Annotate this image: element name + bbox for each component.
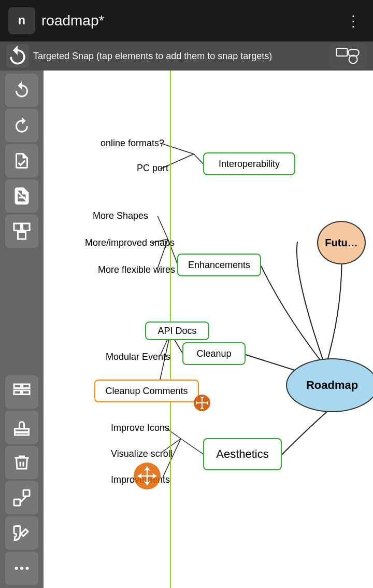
svg-rect-9 — [14, 384, 21, 388]
svg-rect-8 — [18, 232, 26, 240]
stamp-button[interactable] — [5, 411, 38, 444]
resize-cursor-icon — [193, 394, 211, 412]
svg-line-17 — [20, 496, 26, 502]
svg-rect-10 — [23, 384, 30, 388]
no-snap-button[interactable] — [5, 179, 38, 213]
svg-line-25 — [157, 216, 168, 239]
delete-button[interactable] — [5, 446, 38, 479]
toolbar — [0, 71, 44, 588]
svg-rect-12 — [23, 390, 30, 395]
app-title: roadmap* — [41, 12, 342, 29]
layout-button[interactable] — [5, 375, 38, 409]
svg-point-20 — [26, 567, 29, 570]
node-improve-icons[interactable]: Improve Icons — [111, 423, 169, 433]
svg-rect-14 — [15, 433, 29, 436]
node-cleanup[interactable]: Cleanup — [182, 342, 246, 365]
node-interoperability[interactable]: Interoperability — [203, 152, 295, 175]
connect-button[interactable] — [5, 481, 38, 514]
redo-button[interactable] — [5, 109, 38, 142]
undo-button[interactable] — [5, 74, 38, 107]
node-cleanup-comments[interactable]: Cleanup Comments — [94, 380, 199, 402]
node-more-wires[interactable]: More flexible wires — [98, 264, 175, 275]
node-aesthetics[interactable]: Aesthetics — [203, 438, 282, 470]
svg-point-18 — [15, 567, 18, 570]
node-pc-port[interactable]: PC port — [137, 163, 168, 174]
topbar: n roadmap* ⋮ — [0, 0, 373, 41]
svg-line-22 — [160, 143, 194, 154]
node-more-snaps[interactable]: More/improved snaps — [85, 237, 175, 248]
svg-rect-13 — [15, 429, 29, 432]
snapbar: Targeted Snap (tap elements to add them … — [0, 41, 373, 71]
node-modular-events[interactable]: Modular Events — [106, 352, 170, 362]
node-future[interactable]: Futu… — [317, 221, 366, 264]
svg-rect-15 — [14, 499, 20, 506]
svg-line-32 — [181, 439, 204, 455]
svg-rect-7 — [23, 223, 30, 231]
canvas-area[interactable]: online formats? PC port Interoperability… — [44, 71, 373, 588]
brush-button[interactable] — [5, 516, 38, 550]
svg-rect-11 — [14, 390, 21, 395]
svg-rect-2 — [337, 49, 348, 56]
node-online-formats[interactable]: online formats? — [101, 138, 164, 149]
group-button[interactable] — [5, 215, 38, 248]
menu-button[interactable]: ⋮ — [342, 8, 365, 34]
more-button[interactable] — [5, 552, 38, 585]
move-cursor-icon — [133, 461, 162, 491]
snap-check-button[interactable] — [5, 144, 38, 177]
snap-shapes-button[interactable] — [329, 43, 367, 69]
snap-status-text: Targeted Snap (tap elements to add them … — [33, 51, 329, 62]
svg-rect-6 — [14, 223, 21, 231]
svg-rect-16 — [23, 490, 30, 496]
svg-line-21 — [194, 154, 204, 165]
svg-text:n: n — [18, 13, 25, 27]
node-visualize-scroll[interactable]: Visualize scroll — [111, 449, 173, 459]
node-enhancements[interactable]: Enhancements — [177, 254, 261, 276]
node-more-shapes[interactable]: More Shapes — [93, 211, 148, 221]
node-api-docs[interactable]: API Docs — [145, 321, 209, 340]
snap-undo-button[interactable] — [6, 45, 29, 67]
app-logo: n — [8, 7, 35, 34]
svg-point-19 — [20, 567, 23, 570]
node-roadmap[interactable]: Roadmap — [286, 358, 373, 412]
